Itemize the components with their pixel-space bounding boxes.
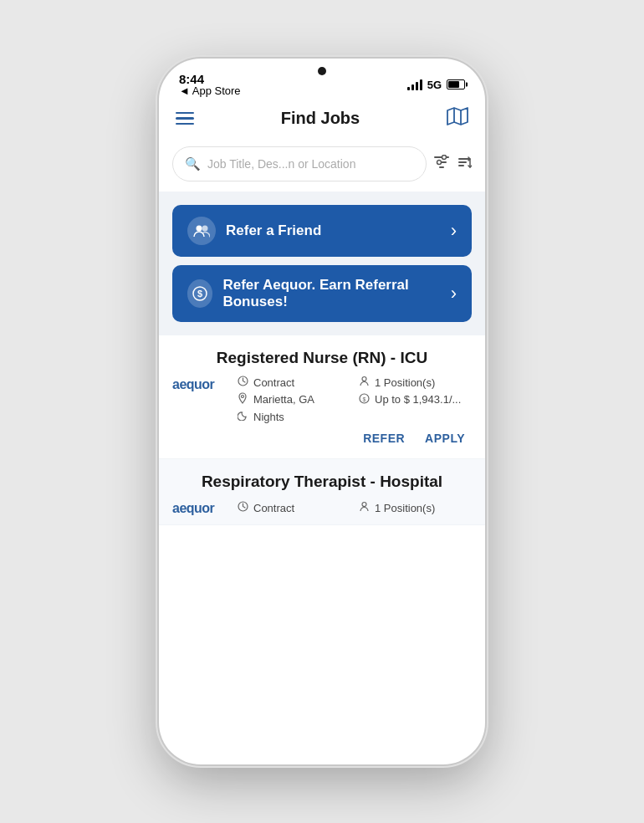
job-shift-label-1: Nights — [253, 411, 284, 423]
job-positions-label-1: 1 Position(s) — [375, 376, 435, 389]
refer-friend-icon — [187, 217, 216, 245]
job-positions-2: 1 Position(s) — [359, 499, 472, 516]
pin-icon-1 — [238, 392, 249, 406]
job-details-2: Contract 1 Position(s) — [238, 499, 472, 516]
signal-bar-4 — [420, 79, 422, 90]
aequor-brand-1: aequor — [172, 377, 214, 392]
company-logo-2: aequor — [172, 499, 231, 516]
refer-friend-button[interactable]: Refer a Friend › — [172, 205, 472, 257]
job-details-1: Contract 1 Position(s) — [238, 376, 472, 423]
job-type-2: Contract — [238, 499, 350, 516]
signal-bars — [407, 79, 422, 90]
job-shift-1: Nights — [238, 410, 472, 423]
persons-icon-2 — [359, 501, 371, 514]
status-left: 8:44 ◄ App Store — [179, 72, 241, 97]
network-type: 5G — [427, 79, 442, 91]
svg-point-12 — [202, 226, 208, 232]
refer-friend-left: Refer a Friend — [187, 217, 321, 245]
refer-friend-chevron: › — [451, 220, 457, 242]
job-positions-label-2: 1 Position(s) — [375, 502, 435, 514]
dollar-icon-1: $ — [359, 393, 371, 406]
job-positions-1: 1 Position(s) — [359, 376, 472, 389]
svg-point-11 — [197, 226, 202, 232]
map-icon[interactable] — [447, 107, 468, 130]
refer-aequor-icon: $ — [187, 279, 212, 308]
sort-icon[interactable] — [457, 155, 472, 173]
apply-button-1[interactable]: APPLY — [425, 432, 465, 445]
search-bar[interactable]: 🔍 Job Title, Des...n or Location — [172, 146, 427, 181]
notch — [259, 59, 385, 84]
hamburger-line-3 — [176, 123, 194, 125]
jobs-list: Registered Nurse (RN) - ICU aequor Contr… — [159, 335, 485, 525]
phone-frame: 8:44 ◄ App Store 5G Find Jobs — [159, 59, 485, 764]
job-title-1: Registered Nurse (RN) - ICU — [172, 349, 472, 367]
svg-point-16 — [362, 377, 366, 381]
clock-icon-1 — [238, 376, 249, 389]
refer-button-1[interactable]: REFER — [363, 432, 405, 445]
job-actions-1: REFER APPLY — [172, 423, 472, 450]
refer-aequor-button[interactable]: $ Refer Aequor. Earn Referral Bonuses! › — [172, 265, 472, 322]
svg-point-17 — [242, 396, 244, 398]
svg-text:$: $ — [363, 396, 366, 402]
job-body-1: aequor Contract — [172, 376, 472, 423]
banner-section: Refer a Friend › $ Refer Aequor. Earn Re… — [159, 192, 485, 335]
hamburger-line-2 — [176, 117, 194, 120]
refer-friend-label: Refer a Friend — [226, 222, 321, 239]
filter-icon[interactable] — [433, 155, 450, 173]
persons-icon-1 — [359, 376, 371, 389]
hamburger-line-1 — [176, 112, 194, 115]
page-title: Find Jobs — [281, 109, 360, 128]
signal-bar-1 — [407, 87, 410, 90]
app-store-back[interactable]: ◄ App Store — [179, 84, 241, 97]
clock-icon-2 — [238, 501, 249, 514]
svg-text:$: $ — [197, 289, 202, 299]
moon-icon-1 — [238, 410, 249, 423]
svg-point-5 — [442, 156, 447, 160]
app-header: Find Jobs — [159, 100, 485, 138]
job-type-1: Contract — [238, 376, 350, 389]
status-icons: 5G — [407, 79, 465, 91]
svg-point-6 — [437, 161, 442, 165]
signal-bar-2 — [411, 84, 414, 90]
svg-point-21 — [362, 503, 366, 507]
search-placeholder: Job Title, Des...n or Location — [207, 157, 355, 171]
job-location-label-1: Marietta, GA — [253, 393, 314, 406]
hamburger-menu-button[interactable] — [176, 112, 194, 125]
job-title-2: Respiratory Therapist - Hospital — [172, 473, 472, 491]
search-section: 🔍 Job Title, Des...n or Location — [159, 138, 485, 192]
refer-aequor-chevron: › — [451, 283, 457, 304]
job-type-label-1: Contract — [253, 376, 294, 389]
camera-dot — [318, 67, 326, 75]
job-body-2: aequor Contract — [172, 499, 472, 516]
job-pay-1: $ Up to $ 1,943.1/... — [359, 392, 472, 406]
company-logo-1: aequor — [172, 376, 231, 423]
aequor-brand-2: aequor — [172, 501, 214, 516]
battery-icon — [447, 79, 465, 89]
job-card-1: Registered Nurse (RN) - ICU aequor Contr… — [159, 335, 485, 459]
job-type-label-2: Contract — [253, 502, 294, 514]
signal-bar-3 — [416, 82, 418, 90]
refer-aequor-left: $ Refer Aequor. Earn Referral Bonuses! — [187, 277, 451, 310]
job-pay-label-1: Up to $ 1,943.1/... — [375, 393, 461, 406]
job-card-2: Respiratory Therapist - Hospital aequor … — [159, 459, 485, 525]
job-location-1: Marietta, GA — [238, 392, 350, 406]
search-icon: 🔍 — [185, 156, 201, 171]
refer-aequor-label: Refer Aequor. Earn Referral Bonuses! — [222, 277, 450, 310]
battery-fill — [448, 81, 459, 88]
